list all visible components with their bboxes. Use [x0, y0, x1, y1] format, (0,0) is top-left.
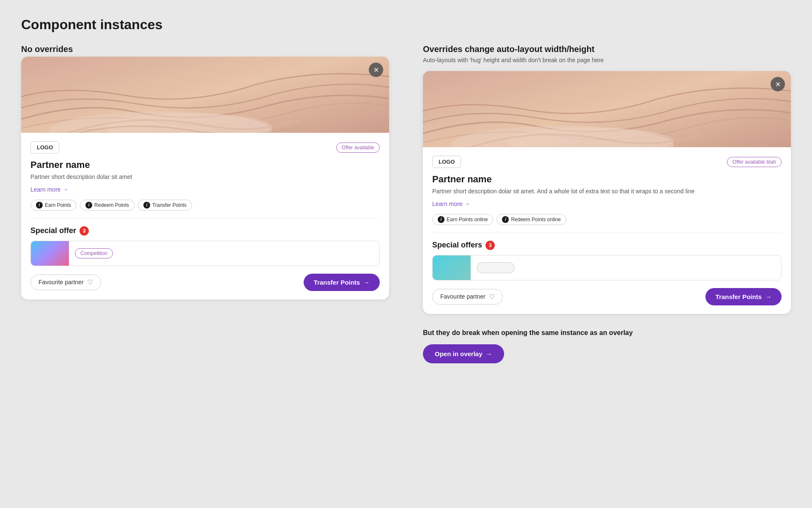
break-title: But they do break when opening the same …	[423, 329, 791, 337]
tag-info-icon-2[interactable]: i	[85, 202, 92, 209]
special-offer-left: Special offer 3 Competition	[30, 226, 380, 266]
special-offer-badge-left: 3	[80, 226, 89, 236]
learn-more-text-left: Learn more	[30, 186, 61, 193]
offer-chip-gray-1	[477, 262, 515, 273]
card-footer-right: Favourite partner ♡ Transfer Points →	[432, 288, 782, 305]
card-right-hero: ✕	[423, 71, 791, 147]
tag-info-icon-r1[interactable]: i	[438, 216, 444, 223]
close-icon-right: ✕	[775, 80, 781, 88]
tag-info-icon-1[interactable]: i	[36, 202, 43, 209]
card-left: ✕ LOGO Offer available Partner name Part…	[21, 57, 389, 299]
divider-right	[432, 233, 782, 233]
offer-chip-competition: Competition	[75, 248, 113, 258]
tags-row-right: i Earn Points online i Redeem Points onl…	[432, 214, 782, 225]
offer-preview-left[interactable]: Competition	[30, 241, 380, 266]
left-column: No overrides	[21, 44, 389, 299]
card-right-header-row: LOGO Offer available blah	[432, 156, 782, 168]
tag-earn-points-online: i Earn Points online	[432, 214, 493, 225]
tag-redeem-points: i Redeem Points	[80, 200, 134, 211]
favourite-label-left: Favourite partner	[38, 279, 84, 286]
transfer-arrow-right: →	[765, 293, 771, 300]
open-overlay-arrow: →	[486, 350, 492, 357]
heart-icon-right: ♡	[489, 293, 495, 301]
tag-label-1: Earn Points	[45, 202, 71, 208]
special-offer-title-right: Special offers	[432, 241, 482, 250]
tag-info-icon-r2[interactable]: i	[502, 216, 509, 223]
partner-desc-left: Partner short description dolar sit amet	[30, 173, 380, 181]
right-column-subtitle: Auto-layouts with 'hug' height and width…	[423, 57, 791, 63]
offer-image-right	[433, 255, 471, 280]
learn-more-right[interactable]: Learn more →	[432, 200, 470, 207]
break-section: But they do break when opening the same …	[423, 329, 791, 363]
partner-name-left: Partner name	[30, 159, 380, 170]
special-offer-title-left: Special offer	[30, 226, 76, 235]
tag-info-icon-3[interactable]: i	[143, 202, 150, 209]
special-offer-header-right: Special offers 3	[432, 241, 782, 250]
favourite-label-right: Favourite partner	[440, 293, 486, 300]
arrow-right-icon-right: →	[464, 200, 470, 207]
divider-left	[30, 218, 380, 219]
heart-icon-left: ♡	[87, 278, 93, 286]
open-overlay-label: Open in overlay	[435, 350, 483, 357]
card-left-hero: ✕	[21, 57, 389, 133]
special-offer-header-left: Special offer 3	[30, 226, 380, 236]
card-left-body: LOGO Offer available Partner name Partne…	[21, 133, 389, 299]
tag-label-3: Transfer Points	[152, 202, 187, 208]
transfer-label-left: Transfer Points	[314, 279, 360, 286]
special-offer-badge-right: 3	[486, 241, 495, 250]
offer-chips-right	[477, 262, 515, 273]
transfer-button-right[interactable]: Transfer Points →	[705, 288, 782, 305]
transfer-label-right: Transfer Points	[716, 293, 762, 300]
tag-redeem-points-online: i Redeem Points online	[497, 214, 566, 225]
arrow-right-icon-left: →	[63, 186, 69, 193]
transfer-button-left[interactable]: Transfer Points →	[304, 274, 380, 291]
left-column-title: No overrides	[21, 44, 389, 54]
logo-left: LOGO	[30, 141, 59, 154]
right-column-title: Overrides change auto-layout width/heigh…	[423, 44, 791, 54]
card-footer-left: Favourite partner ♡ Transfer Points →	[30, 274, 380, 291]
learn-more-left[interactable]: Learn more →	[30, 186, 69, 193]
page-title: Component instances	[21, 17, 791, 33]
logo-right: LOGO	[432, 156, 461, 168]
favourite-button-left[interactable]: Favourite partner ♡	[30, 275, 101, 290]
offer-badge-left: Offer available	[336, 143, 380, 153]
tag-earn-points: i Earn Points	[30, 200, 77, 211]
offer-badge-right: Offer available blah	[727, 157, 782, 167]
tag-label-r1: Earn Points online	[447, 217, 488, 222]
columns-container: No overrides	[21, 44, 791, 363]
learn-more-text-right: Learn more	[432, 200, 463, 207]
tags-row-left: i Earn Points i Redeem Points i Transfer…	[30, 200, 380, 211]
close-icon-left: ✕	[373, 66, 379, 74]
offer-image-left	[31, 241, 69, 266]
partner-name-right: Partner name	[432, 174, 782, 185]
favourite-button-right[interactable]: Favourite partner ♡	[432, 289, 503, 305]
tag-transfer-points: i Transfer Points	[138, 200, 192, 211]
card-right: ✕ LOGO Offer available blah Partner name…	[423, 71, 791, 314]
special-offer-right: Special offers 3	[432, 241, 782, 280]
card-left-header-row: LOGO Offer available	[30, 141, 380, 154]
card-right-body: LOGO Offer available blah Partner name P…	[423, 147, 791, 314]
tag-label-2: Redeem Points	[94, 202, 129, 208]
offer-preview-right[interactable]	[432, 255, 782, 280]
right-column: Overrides change auto-layout width/heigh…	[423, 44, 791, 363]
partner-desc-right: Partner short description dolar sit amet…	[432, 187, 782, 196]
close-button-right[interactable]: ✕	[771, 77, 785, 91]
tag-label-r2: Redeem Points online	[511, 217, 560, 222]
close-button-left[interactable]: ✕	[369, 63, 383, 77]
open-overlay-button[interactable]: Open in overlay →	[423, 344, 504, 363]
transfer-arrow-left: →	[363, 279, 370, 286]
